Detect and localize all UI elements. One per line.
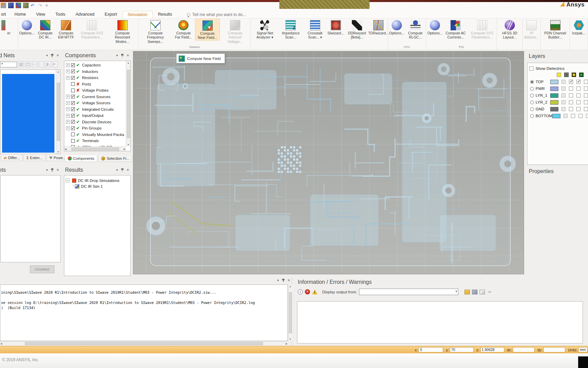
layer-color-swatch[interactable] [550, 80, 558, 84]
components-hscroll[interactable]: ◀▶ [64, 147, 126, 151]
log-vscroll[interactable]: ▲▼ [288, 285, 292, 341]
show-dielectrics-checkbox[interactable] [529, 66, 534, 71]
component-checkbox[interactable] [71, 89, 75, 92]
sort-za-icon[interactable]: Z↓ [46, 62, 51, 67]
layer-checkbox[interactable] [564, 114, 568, 118]
ribbon-button-options[interactable]: Options... [388, 19, 405, 35]
pin-icon[interactable] [51, 168, 53, 172]
import-icon[interactable] [16, 3, 21, 8]
chevron-down-icon[interactable]: ▾ [116, 54, 118, 57]
component-checkbox[interactable] [71, 133, 75, 136]
layer-checkbox[interactable] [578, 114, 583, 118]
layer-checkbox[interactable] [584, 100, 588, 104]
tab-components[interactable]: Components [65, 155, 97, 162]
tab-differ[interactable]: ⇄Differ... [1, 155, 23, 161]
chevron-down-icon[interactable]: ▾ [116, 168, 118, 172]
chevron-down-icon[interactable]: ▾ [277, 278, 279, 282]
component-checkbox[interactable] [71, 63, 75, 67]
ribbon-button-compute-far-field[interactable]: Compute Far Field... [172, 19, 195, 40]
log-output-box[interactable]: ining\SIwave\SIwave 2020 R1\Introduction… [0, 285, 288, 341]
component-checkbox[interactable] [71, 114, 75, 118]
layer-checkbox[interactable] [571, 114, 575, 118]
close-icon[interactable]: ✕ [127, 168, 129, 172]
component-checkbox[interactable] [71, 107, 75, 111]
layer-color-swatch[interactable] [550, 87, 558, 91]
layer-radio[interactable] [530, 94, 534, 97]
display-output-combobox[interactable] [359, 289, 458, 295]
ribbon-button-compute-dc-ir[interactable]: Compute DC IR... [35, 19, 55, 40]
ribbon-button-pdn-channel-builder[interactable]: PDN Channel Builder... [541, 19, 569, 40]
info-output-box[interactable] [297, 301, 583, 343]
net-filter-input[interactable] [0, 62, 17, 67]
ribbon-button-impedance-scan[interactable]: Impedance Scan... [279, 19, 303, 40]
undo-icon[interactable]: ↶ [31, 3, 36, 8]
ribbon-button-compute-ac-currents[interactable]: Compute AC Currents... [443, 19, 468, 40]
layer-radio[interactable] [530, 101, 534, 104]
ribbon-button-signal-net-analyzer[interactable]: Signal Net Analyzer ▾ [251, 19, 279, 40]
unselect-button[interactable]: Unselect [30, 265, 54, 273]
component-item-virtually-mounted-packa[interactable]: +✔Virtually Mounted Packa [64, 132, 130, 138]
layer-color-swatch[interactable] [552, 114, 560, 118]
status-value-y[interactable]: 70 [450, 347, 474, 352]
unchecked-box-icon[interactable]: ☐ [25, 62, 31, 67]
close-icon[interactable]: ✕ [56, 54, 59, 57]
ribbon-button-tdrwizard[interactable]: TDRwizard... [370, 19, 387, 35]
layer-checkbox[interactable] [561, 100, 566, 104]
ribbon-button-options[interactable]: Options... [18, 19, 35, 35]
component-item-voltage-sources[interactable]: +✔Voltage Sources [64, 100, 130, 106]
status-value-z[interactable]: 1.90628 [480, 347, 504, 352]
expand-icon[interactable]: + [66, 126, 70, 130]
layer-checkbox[interactable] [569, 93, 573, 97]
delete-icon[interactable]: ✂ [487, 290, 492, 294]
ribbon-button-compute-resonant-modes[interactable]: Compute Resonant Modes... [107, 19, 138, 44]
component-item-input-output[interactable]: +✔Input/Output [64, 112, 130, 119]
customize-toolbar-icon[interactable]: = [46, 3, 51, 8]
save-icon[interactable] [8, 3, 14, 8]
layer-checkbox[interactable] [584, 87, 588, 91]
close-icon[interactable]: ✕ [56, 168, 59, 172]
tab-home[interactable]: Home [10, 11, 31, 18]
chevron-down-icon[interactable]: ▾ [46, 54, 48, 57]
results-child-item[interactable]: └ DC IR Sim 1 [64, 183, 130, 189]
layer-color-swatch[interactable] [550, 100, 558, 105]
ribbon-button-icepak[interactable]: Icepak... [570, 19, 587, 35]
comb-dashed-icon[interactable]: ⎍⎍ [39, 62, 44, 67]
redo-icon[interactable]: ↷ [38, 3, 44, 8]
yellow-square-icon[interactable] [557, 73, 561, 77]
checked-box-icon[interactable]: ☑ [18, 62, 24, 67]
open-folder-icon[interactable] [464, 290, 470, 294]
tab-ort[interactable]: ort [0, 11, 10, 18]
app-icon[interactable] [1, 3, 6, 8]
layer-radio[interactable] [530, 80, 534, 84]
expand-icon[interactable]: + [66, 107, 70, 111]
results-root-item[interactable]: − DC IR Drop Simulations [64, 178, 130, 183]
layer-checkbox[interactable] [561, 107, 566, 111]
layer-checkbox[interactable] [569, 80, 573, 84]
collapse-icon[interactable]: − [66, 179, 69, 182]
component-checkbox[interactable] [71, 126, 75, 130]
ribbon-button-crosstalk-scan[interactable]: Crosstalk Scan... ▾ [303, 19, 327, 40]
pin-icon[interactable] [121, 54, 124, 57]
expand-icon[interactable]: + [66, 101, 70, 105]
layer-checkbox[interactable] [569, 87, 573, 91]
layer-checkbox[interactable] [576, 80, 581, 84]
warning-icon[interactable] [312, 290, 317, 294]
component-checkbox[interactable] [71, 76, 75, 80]
component-item-capacitors[interactable]: +✔Capacitors [64, 62, 130, 68]
ribbon-button-siwizard[interactable]: SIwizard... [327, 19, 344, 35]
comb-icon[interactable]: ⎍⎍ [32, 62, 37, 67]
expand-icon[interactable]: + [66, 76, 70, 80]
component-checkbox[interactable] [71, 120, 75, 124]
ribbon-button-compute-rlgc[interactable]: Compute RLGC... [405, 19, 425, 40]
log-hscroll[interactable]: ◀▶ [0, 341, 288, 346]
net-list-scrollbar[interactable]: ▲▼ [56, 70, 60, 154]
show-dielectrics-row[interactable]: Show Dielectrics [529, 66, 588, 71]
component-checkbox[interactable] [71, 95, 75, 98]
tab-exten[interactable]: ΣExten... [23, 155, 46, 161]
tell-me-box[interactable]: Tell me what you want to do... [187, 12, 246, 18]
ribbon-button-er[interactable]: er [0, 19, 17, 35]
layer-radio[interactable] [530, 87, 534, 91]
layer-radio[interactable] [530, 114, 534, 118]
status-value-dx[interactable] [513, 347, 535, 352]
components-vscroll[interactable]: ▲▼ [126, 61, 130, 147]
